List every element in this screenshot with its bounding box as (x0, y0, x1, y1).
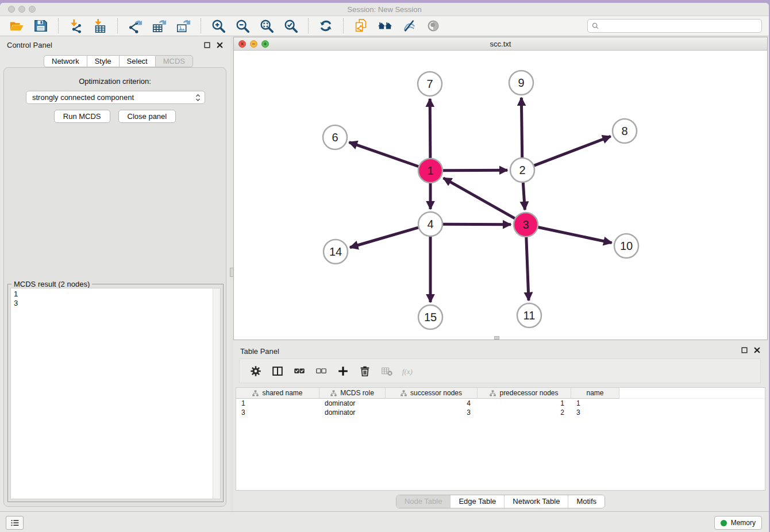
export-image-icon[interactable] (174, 17, 192, 34)
tab-mcds[interactable]: MCDS (155, 55, 193, 67)
graph-edge-4-14[interactable] (350, 228, 418, 248)
graph-edge-2-9[interactable] (521, 98, 522, 157)
table-cell[interactable]: 1 (571, 399, 619, 408)
network-graph[interactable]: 1234678910111415 (234, 51, 767, 340)
table-cell[interactable]: dominator (319, 399, 386, 408)
column-header-successor-nodes[interactable]: successor nodes (386, 388, 478, 399)
show-details-icon[interactable] (424, 17, 442, 34)
table-cell[interactable]: 2 (478, 408, 571, 417)
close-panel-button[interactable]: Close panel (118, 110, 176, 123)
export-network-icon[interactable] (126, 17, 144, 34)
hide-details-icon[interactable] (400, 17, 418, 34)
tab-node-table[interactable]: Node Table (396, 495, 451, 508)
float-panel-icon[interactable] (203, 41, 211, 48)
tab-edge-table[interactable]: Edge Table (450, 495, 504, 508)
graph-node-7[interactable]: 7 (418, 72, 442, 96)
table-cell[interactable]: 4 (386, 399, 478, 408)
graph-node-9[interactable]: 9 (509, 71, 533, 95)
export-table-icon[interactable] (150, 17, 168, 34)
memory-status-icon (721, 520, 727, 526)
column-header-name[interactable]: name (571, 388, 619, 399)
close-table-panel-icon[interactable] (753, 346, 761, 353)
table-toolbar: f(x) (239, 358, 761, 383)
table-cell[interactable]: 1 (478, 399, 571, 408)
graph-edge-1-6[interactable] (349, 142, 419, 167)
tab-motifs[interactable]: Motifs (568, 495, 605, 508)
graph-node-4[interactable]: 4 (418, 212, 442, 236)
result-scrollbar[interactable] (213, 288, 220, 499)
refresh-icon[interactable] (317, 17, 335, 34)
optimization-criterion-select[interactable]: strongly connected component (26, 91, 205, 104)
gear-icon[interactable] (249, 364, 262, 377)
add-icon[interactable] (336, 364, 349, 377)
tab-network-table[interactable]: Network Table (504, 495, 568, 508)
mcds-result-list[interactable]: 13 (10, 288, 221, 499)
horizontal-splitter-handle[interactable] (494, 336, 499, 340)
graph-edge-3-1[interactable] (444, 178, 515, 218)
table-cell[interactable]: 3 (571, 408, 619, 417)
home-icon[interactable] (376, 17, 394, 34)
control-panel-title: Control Panel (7, 41, 52, 49)
graph-node-8[interactable]: 8 (613, 119, 637, 143)
select-all-icon[interactable] (292, 364, 306, 377)
task-history-button[interactable] (6, 516, 24, 530)
column-header-filler (619, 388, 765, 399)
columns-icon[interactable] (271, 364, 284, 377)
table-row[interactable]: 3dominator323 (236, 408, 765, 417)
table-panel-title: Table Panel (240, 347, 279, 356)
table-cell[interactable]: 3 (386, 408, 478, 417)
graph-node-1[interactable]: 1 (418, 159, 442, 183)
mcds-result-node: 1 (14, 290, 217, 299)
graph-edge-2-8[interactable] (534, 136, 611, 165)
zoom-selected-icon[interactable] (282, 17, 300, 34)
svg-text:7: 7 (426, 78, 433, 90)
table-cell[interactable]: 1 (236, 399, 319, 408)
mcds-buttons: Run MCDS Close panel (4, 110, 226, 123)
zoom-in-icon[interactable] (209, 17, 228, 34)
float-table-panel-icon[interactable] (741, 346, 748, 353)
column-header-shared-name[interactable]: shared name (236, 388, 319, 399)
graph-edge-4-3[interactable] (443, 224, 511, 225)
toolbar-separator (58, 18, 59, 33)
table-cell[interactable]: 3 (236, 408, 319, 417)
toolbar-separator (117, 18, 118, 33)
save-icon[interactable] (32, 17, 50, 34)
close-panel-icon[interactable] (216, 41, 224, 48)
table-cell[interactable]: dominator (319, 408, 386, 417)
tab-select[interactable]: Select (119, 55, 155, 67)
graph-edge-3-10[interactable] (538, 228, 612, 243)
graph-edge-3-11[interactable] (526, 237, 529, 300)
tab-style[interactable]: Style (87, 55, 119, 67)
graph-edge-1-2[interactable] (443, 170, 507, 171)
duplicate-network-icon[interactable] (352, 17, 370, 34)
graph-edge-2-3[interactable] (523, 183, 525, 210)
zoom-fit-icon[interactable] (257, 17, 276, 34)
import-network-icon[interactable] (67, 17, 85, 34)
application-window: Session: New Session Control Panel Netwo… (0, 0, 770, 532)
graph-node-3[interactable]: 3 (514, 213, 538, 237)
unselect-all-icon[interactable] (314, 364, 328, 377)
table-row[interactable]: 1dominator411 (236, 399, 765, 408)
mcds-result-groupbox: MCDS result (2 nodes) 13 (7, 284, 224, 502)
open-folder-icon[interactable] (7, 17, 26, 34)
column-header-MCDS-role[interactable]: MCDS role (319, 388, 386, 399)
zoom-out-icon[interactable] (233, 17, 252, 34)
optimization-criterion-value: strongly connected component (32, 93, 134, 102)
search-input[interactable] (599, 21, 758, 30)
toolbar-separator (308, 18, 309, 33)
graph-node-10[interactable]: 10 (614, 234, 638, 258)
run-mcds-button[interactable]: Run MCDS (54, 110, 110, 123)
graph-node-14[interactable]: 14 (324, 240, 348, 264)
memory-button[interactable]: Memory (714, 516, 762, 530)
graph-node-2[interactable]: 2 (510, 158, 534, 182)
graph-node-6[interactable]: 6 (323, 125, 347, 149)
graph-edge-1-7[interactable] (430, 99, 430, 158)
tab-network[interactable]: Network (44, 55, 87, 67)
import-table-icon[interactable] (91, 17, 109, 34)
graph-node-11[interactable]: 11 (517, 303, 541, 327)
column-header-predecessor-nodes[interactable]: predecessor nodes (478, 388, 571, 399)
search-box (587, 19, 762, 33)
graph-node-15[interactable]: 15 (418, 305, 442, 329)
trash-icon[interactable] (358, 364, 371, 377)
tree-icon (401, 390, 407, 396)
